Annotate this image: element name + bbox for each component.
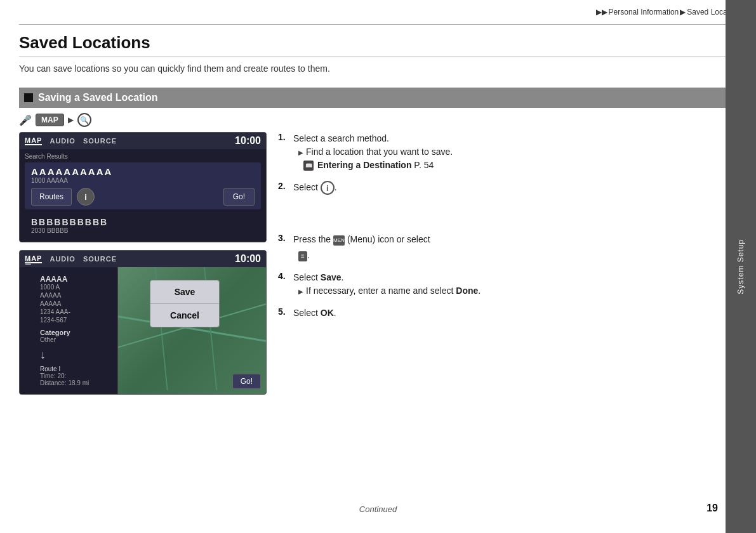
result-item-2-sub: 2030 BBBBB	[31, 227, 255, 234]
microphone-icon: 🎤	[19, 114, 32, 126]
screen2-detail1: AAAAA	[40, 292, 112, 299]
save-option[interactable]: Save	[150, 280, 219, 304]
screen2: MAP AUDIO SOURCE 10:00 ≡ AAAAA 1000 A AA…	[19, 250, 267, 395]
screen2-left-panel: ≡ AAAAA 1000 A AAAAA AAAAA 1234 AAA- 123…	[20, 267, 118, 394]
result-item-2-name: BBBBBBBBBB	[31, 217, 255, 227]
screen2-phone2: 1234-567	[40, 317, 112, 324]
screen2-map: Save Cancel Go!	[118, 267, 266, 394]
screen1: MAP AUDIO SOURCE 10:00 Search Results AA…	[19, 132, 267, 242]
step-1-number: 1.	[278, 132, 291, 172]
context-menu-dialog: Save Cancel	[150, 280, 220, 327]
screen2-tab-source[interactable]: SOURCE	[83, 255, 117, 263]
screen2-address1: 1000 A	[40, 284, 112, 291]
screen2-tab-audio[interactable]: AUDIO	[50, 255, 75, 263]
page-number: 19	[706, 503, 718, 514]
screen1-search-label: Search Results	[25, 153, 261, 160]
step-4-arrow: If necessary, enter a name and select Do…	[298, 284, 481, 298]
screen2-cat-val: Other	[40, 336, 112, 343]
steps-container: 1. Select a search method. Find a locati…	[278, 132, 710, 329]
footer-continued: Continued	[359, 504, 397, 514]
screen2-time: 10:00	[235, 253, 261, 265]
step-5-ok: OK	[321, 308, 334, 318]
screen2-route: Route I Time: 20: Distance: 18.9 mi	[40, 365, 112, 386]
info-button[interactable]: i	[77, 188, 95, 206]
step-4-content: Select Save. If necessary, enter a name …	[293, 271, 481, 298]
menu-key-icon: MENU	[333, 235, 345, 246]
go-button[interactable]: Go!	[223, 188, 255, 206]
step-4-done: Done	[456, 286, 478, 296]
screens-container: MAP AUDIO SOURCE 10:00 Search Results AA…	[19, 132, 267, 402]
screen2-header: MAP AUDIO SOURCE 10:00	[20, 251, 266, 267]
step-5-content: Select OK.	[293, 306, 336, 320]
menu-hamburger-icon: ≡	[25, 256, 32, 269]
screen2-cat-label: Category	[40, 329, 112, 336]
result-item-1[interactable]: AAAAAAAAAA 1000 AAAAA Routes i Go!	[25, 162, 261, 209]
sidebar-label: System Setup	[736, 239, 745, 294]
screen2-route-dist: Distance: 18.9 mi	[40, 379, 112, 386]
section-title: Saving a Saved Location	[38, 92, 158, 103]
page-title: Saved Locations	[19, 33, 150, 53]
section-header: Saving a Saved Location	[19, 88, 743, 108]
hamburger-menu-icon: ≡	[298, 251, 307, 261]
scroll-down-icon[interactable]: ↓	[40, 348, 112, 362]
step-3-content: Press the MENU (Menu) icon or select ≡.	[293, 233, 430, 262]
screen2-phone1: 1234 AAA-	[40, 308, 112, 315]
arrow-right-icon: ▶	[68, 115, 74, 124]
screen1-header: MAP AUDIO SOURCE 10:00	[20, 133, 266, 149]
right-sidebar: System Setup	[726, 0, 756, 533]
screen2-body: ≡ AAAAA 1000 A AAAAA AAAAA 1234 AAA- 123…	[20, 267, 266, 394]
header-divider	[19, 24, 743, 25]
screen1-tab-source[interactable]: SOURCE	[83, 137, 117, 145]
title-divider	[19, 56, 743, 56]
search-icon: 🔍	[77, 113, 91, 127]
step-4-save: Save	[321, 272, 342, 282]
result-item-1-actions: Routes i Go!	[31, 188, 255, 206]
info-circle-icon: i	[321, 181, 335, 195]
screen2-detail2: AAAAA	[40, 300, 112, 307]
step-4-number: 4.	[278, 271, 291, 298]
step-2-content: Select i.	[293, 181, 337, 195]
screen2-route-time: Time: 20:	[40, 372, 112, 379]
intro-text: You can save locations so you can quickl…	[19, 63, 330, 74]
step-1-ref-text: Entering a Destination	[317, 160, 412, 170]
book-ref-icon: 📖	[303, 161, 314, 171]
breadcrumb: ▶▶ Personal Information ▶ Saved Location…	[596, 8, 743, 16]
result-item-1-sub: 1000 AAAAA	[31, 177, 255, 184]
screen2-go-button[interactable]: Go!	[232, 374, 261, 389]
step-3-number: 3.	[278, 233, 291, 262]
result-item-2[interactable]: BBBBBBBBBB 2030 BBBBB	[25, 213, 261, 238]
cancel-option[interactable]: Cancel	[150, 304, 219, 327]
screen1-tab-audio[interactable]: AUDIO	[50, 137, 75, 145]
step-1-arrow: Find a location that you want to save.	[298, 145, 453, 159]
step-1-content: Select a search method. Find a location …	[293, 132, 453, 172]
step-5-number: 5.	[278, 306, 291, 320]
breadcrumb-arrow2: ▶	[680, 8, 686, 16]
screen2-category: Category Other	[40, 329, 112, 343]
screen1-body: Search Results AAAAAAAAAA 1000 AAAAA Rou…	[20, 149, 266, 242]
screen1-tab-map[interactable]: MAP	[25, 136, 42, 145]
routes-button[interactable]: Routes	[31, 188, 72, 206]
map-button-icon: MAP	[36, 114, 64, 126]
screen2-route-label: Route I	[40, 365, 112, 372]
step-3: 3. Press the MENU (Menu) icon or select …	[278, 233, 710, 262]
breadcrumb-part1: Personal Information	[609, 8, 679, 16]
step-2: 2. Select i.	[278, 181, 710, 195]
result-item-1-name: AAAAAAAAAA	[31, 166, 255, 177]
section-marker	[24, 93, 33, 102]
step-2-number: 2.	[278, 181, 291, 195]
icon-row: 🎤 MAP ▶ 🔍	[19, 113, 91, 127]
screen2-location-name: AAAAA	[40, 275, 112, 284]
step-1: 1. Select a search method. Find a locati…	[278, 132, 710, 172]
step-5: 5. Select OK.	[278, 306, 710, 320]
breadcrumb-arrows: ▶▶	[596, 8, 607, 16]
screen1-time: 10:00	[235, 135, 261, 147]
step-4: 4. Select Save. If necessary, enter a na…	[278, 271, 710, 298]
